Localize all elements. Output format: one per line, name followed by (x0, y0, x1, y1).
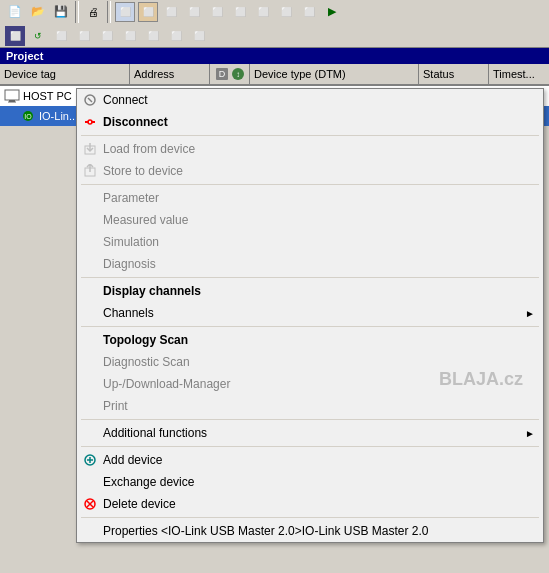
table-header: Device tag Address D ↕ Device type (DTM)… (0, 64, 549, 86)
toolbar-row-2: ⬜ ↺ ⬜ ⬜ ⬜ ⬜ ⬜ ⬜ ⬜ (4, 25, 343, 47)
disconnect-icon (82, 114, 98, 130)
icon8: ⬜ (230, 2, 250, 22)
menu-diagnostic-scan[interactable]: Diagnostic Scan (77, 351, 543, 373)
icon3: ⬜ (115, 2, 135, 22)
icon17: ⬜ (97, 26, 117, 46)
menu-properties-label: Properties <IO-Link USB Master 2.0>IO-Li… (103, 524, 428, 538)
menu-store[interactable]: Store to device (77, 160, 543, 182)
menu-channels[interactable]: Channels ► (77, 302, 543, 324)
menu-sep6 (81, 446, 539, 447)
new-button[interactable]: 📄 (4, 1, 26, 23)
menu-measured[interactable]: Measured value (77, 209, 543, 231)
connect-icon (82, 92, 98, 108)
toolbar-btn13[interactable]: ⬜ (4, 25, 26, 47)
toolbar-btn21[interactable]: ⬜ (188, 25, 210, 47)
icon13: ⬜ (5, 26, 25, 46)
icon16: ⬜ (74, 26, 94, 46)
toolbar-btn10[interactable]: ⬜ (275, 1, 297, 23)
sep2 (107, 1, 111, 23)
toolbar-btn17[interactable]: ⬜ (96, 25, 118, 47)
device-icon: IO (20, 108, 36, 124)
menu-sep4 (81, 326, 539, 327)
col-dtype-header: Device type (DTM) (250, 64, 419, 84)
device-tree-icon: IO (20, 109, 36, 123)
menu-parameter-label: Parameter (103, 191, 159, 205)
toolbar-btn12[interactable]: ▶ (321, 1, 343, 23)
menu-store-label: Store to device (103, 164, 183, 178)
toolbar-rows: 📄 📂 💾 🖨 ⬜ ⬜ ⬜ ⬜ ⬜ ⬜ ⬜ ⬜ ⬜ ▶ ⬜ ↺ ⬜ ⬜ ⬜ ⬜ … (4, 1, 343, 47)
svg-text:D: D (218, 69, 225, 79)
icon18: ⬜ (120, 26, 140, 46)
icon7: ⬜ (207, 2, 227, 22)
menu-sep7 (81, 517, 539, 518)
toolbar-btn5[interactable]: ⬜ (160, 1, 182, 23)
menu-print[interactable]: Print (77, 395, 543, 417)
toolbar-btn7[interactable]: ⬜ (206, 1, 228, 23)
save-button[interactable]: 💾 (50, 1, 72, 23)
svg-point-13 (88, 120, 92, 124)
menu-load[interactable]: Load from device (77, 138, 543, 160)
toolbar-btn9[interactable]: ⬜ (252, 1, 274, 23)
menu-upload-download-label: Up-/Download-Manager (103, 377, 230, 391)
toolbar-btn3[interactable]: ⬜ (114, 1, 136, 23)
toolbar-btn8[interactable]: ⬜ (229, 1, 251, 23)
toolbar-btn18[interactable]: ⬜ (119, 25, 141, 47)
menu-delete-device[interactable]: Delete device (77, 493, 543, 515)
toolbar-btn14[interactable]: ↺ (27, 25, 49, 47)
menu-upload-download[interactable]: Up-/Download-Manager (77, 373, 543, 395)
menu-delete-device-label: Delete device (103, 497, 176, 511)
project-header: Project (0, 48, 549, 64)
toolbar-btn15[interactable]: ⬜ (50, 25, 72, 47)
menu-connect[interactable]: Connect (77, 89, 543, 111)
store-icon (82, 163, 98, 179)
icon10: ⬜ (276, 2, 296, 22)
print-button[interactable]: 🖨 (82, 1, 104, 23)
toolbar-btn16[interactable]: ⬜ (73, 25, 95, 47)
col-addr-label: Address (134, 68, 174, 80)
icon6: ⬜ (184, 2, 204, 22)
toolbar-btn19[interactable]: ⬜ (142, 25, 164, 47)
icon19: ⬜ (143, 26, 163, 46)
menu-diagnostic-scan-label: Diagnostic Scan (103, 355, 190, 369)
menu-sep5 (81, 419, 539, 420)
menu-display-channels[interactable]: Display channels (77, 280, 543, 302)
menu-add-device-label: Add device (103, 453, 162, 467)
toolbar-btn20[interactable]: ⬜ (165, 25, 187, 47)
menu-parameter[interactable]: Parameter (77, 187, 543, 209)
menu-exchange-device-label: Exchange device (103, 475, 194, 489)
additional-submenu-arrow: ► (525, 428, 535, 439)
svg-text:↕: ↕ (236, 70, 240, 79)
add-device-icon (82, 452, 98, 468)
menu-sep2 (81, 184, 539, 185)
icon5: ⬜ (161, 2, 181, 22)
col-time-header: Timest... (489, 64, 549, 84)
menu-connect-label: Connect (103, 93, 148, 107)
menu-additional-functions[interactable]: Additional functions ► (77, 422, 543, 444)
menu-exchange-device[interactable]: Exchange device (77, 471, 543, 493)
device-label: IO-Lin... (39, 110, 78, 122)
menu-disconnect-label: Disconnect (103, 115, 168, 129)
col-status-header: Status (419, 64, 489, 84)
toolbar: 📄 📂 💾 🖨 ⬜ ⬜ ⬜ ⬜ ⬜ ⬜ ⬜ ⬜ ⬜ ▶ ⬜ ↺ ⬜ ⬜ ⬜ ⬜ … (0, 0, 549, 48)
menu-topology-scan[interactable]: Topology Scan (77, 329, 543, 351)
toolbar-btn6[interactable]: ⬜ (183, 1, 205, 23)
toolbar-btn11[interactable]: ⬜ (298, 1, 320, 23)
toolbar-btn4[interactable]: ⬜ (137, 1, 159, 23)
icon15: ⬜ (51, 26, 71, 46)
menu-properties[interactable]: Properties <IO-Link USB Master 2.0>IO-Li… (77, 520, 543, 542)
open-button[interactable]: 📂 (27, 1, 49, 23)
col-icon1: D (215, 67, 229, 81)
menu-disconnect[interactable]: Disconnect (77, 111, 543, 133)
sep1 (75, 1, 79, 23)
menu-sep3 (81, 277, 539, 278)
menu-simulation[interactable]: Simulation (77, 231, 543, 253)
host-icon (4, 88, 20, 104)
menu-simulation-label: Simulation (103, 235, 159, 249)
menu-add-device[interactable]: Add device (77, 449, 543, 471)
col-icon2: ↕ (231, 67, 245, 81)
menu-diagnosis[interactable]: Diagnosis (77, 253, 543, 275)
col-time-label: Timest... (493, 68, 535, 80)
icon12: ▶ (322, 2, 342, 22)
open-icon: 📂 (28, 2, 48, 22)
menu-additional-functions-label: Additional functions (103, 426, 207, 440)
